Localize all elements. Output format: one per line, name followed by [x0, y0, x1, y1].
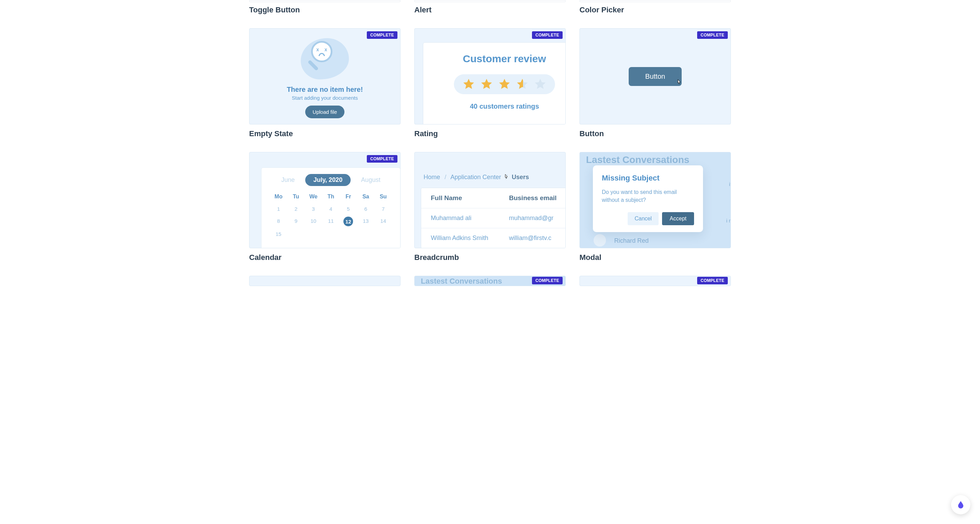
- modal-dialog: Missing Subject Do you want to send this…: [593, 165, 703, 232]
- upload-file-button[interactable]: Upload file: [305, 106, 345, 118]
- card-title-button: Button: [579, 129, 731, 138]
- status-badge: COMPLETE: [367, 155, 398, 163]
- calendar-prev-month[interactable]: June: [282, 176, 295, 184]
- status-badge: COMPLETE: [532, 31, 563, 39]
- calendar-day[interactable]: [322, 231, 340, 237]
- card-title-color-picker: Color Picker: [579, 5, 731, 14]
- calendar-current-month[interactable]: July, 2020: [305, 174, 351, 186]
- status-badge: COMPLETE: [697, 31, 728, 39]
- accept-button[interactable]: Accept: [662, 212, 694, 225]
- calendar-day[interactable]: 5: [340, 206, 357, 212]
- calendar-day[interactable]: 11: [322, 218, 340, 225]
- preview-row4-left[interactable]: [249, 276, 401, 286]
- card-title-toggle-button: Toggle Button: [249, 5, 401, 14]
- empty-title: There are no item here!: [286, 86, 363, 94]
- preview-button[interactable]: COMPLETE Button: [579, 28, 731, 124]
- calendar-day[interactable]: 12: [344, 217, 353, 226]
- modal-title: Missing Subject: [602, 174, 694, 183]
- card-title-rating: Rating: [414, 129, 566, 138]
- calendar-day[interactable]: 3: [304, 206, 322, 212]
- calendar-dow: We: [304, 194, 322, 200]
- calendar-day[interactable]: 9: [287, 218, 305, 225]
- calendar-day[interactable]: 2: [287, 206, 305, 212]
- preview-row4-right[interactable]: COMPLETE: [579, 276, 731, 286]
- preview-row4-center[interactable]: Lastest Conversations COMPLETE: [414, 276, 566, 286]
- modal-bg-title: Lastest Conversations: [580, 152, 730, 165]
- demo-button-label: Button: [645, 73, 665, 80]
- calendar-dow: Mo: [270, 194, 287, 200]
- calendar-dow: Sa: [357, 194, 375, 200]
- calendar-dow: Su: [374, 194, 392, 200]
- calendar-day[interactable]: [357, 231, 375, 237]
- preview-breadcrumb[interactable]: Home / Application Center / Users Full N…: [414, 152, 566, 248]
- status-badge: COMPLETE: [532, 277, 563, 284]
- calendar-day[interactable]: [374, 231, 392, 237]
- card-title-breadcrumb: Breadcrumb: [414, 253, 566, 262]
- breadcrumb-link-app-center[interactable]: Application Center: [450, 174, 501, 181]
- calendar-day[interactable]: 7: [374, 206, 392, 212]
- calendar-day[interactable]: 1: [270, 206, 287, 212]
- card-title-alert: Alert: [414, 5, 566, 14]
- empty-illustration: x x: [297, 38, 352, 79]
- avatar: [593, 234, 606, 246]
- preview-modal[interactable]: Lastest Conversations it to as i me. Ric…: [579, 152, 731, 248]
- status-badge: COMPLETE: [367, 31, 398, 39]
- users-table: Full Name Business email Muhammad ali mu…: [421, 188, 566, 248]
- star-icon: [480, 78, 493, 91]
- status-badge: COMPLETE: [697, 277, 728, 284]
- modal-bg-text: it to as: [729, 181, 731, 187]
- calendar-day[interactable]: 15: [270, 231, 287, 237]
- calendar-day[interactable]: 4: [322, 206, 340, 212]
- breadcrumb-path: Home / Application Center / Users: [421, 166, 566, 188]
- cursor-pointer-icon: [503, 176, 509, 181]
- preview-calendar[interactable]: COMPLETE June July, 2020 August MoTuWeTh…: [249, 152, 401, 248]
- preview-rating[interactable]: COMPLETE Customer review 40 customers ra…: [414, 28, 566, 124]
- demo-button[interactable]: Button: [629, 67, 682, 86]
- cancel-button[interactable]: Cancel: [628, 212, 659, 225]
- breadcrumb-current: Users: [512, 174, 529, 181]
- table-row[interactable]: William Adkins Smith william@firstv.c: [421, 228, 566, 248]
- calendar-day[interactable]: 14: [374, 218, 392, 225]
- calendar-dow: Fr: [340, 194, 357, 200]
- modal-bg-username: Richard Red: [614, 237, 649, 245]
- calendar-dow: Tu: [287, 194, 305, 200]
- empty-subtitle: Start adding your documents: [292, 95, 358, 101]
- star-empty-icon: [534, 78, 547, 91]
- calendar-day[interactable]: 13: [357, 218, 375, 225]
- calendar-day[interactable]: 10: [304, 218, 322, 225]
- star-rating: [454, 74, 555, 94]
- magnifier-sad-icon: x x: [311, 41, 332, 62]
- calendar-day[interactable]: [304, 231, 322, 237]
- preview-color-picker-partial: [579, 0, 731, 2]
- card-title-calendar: Calendar: [249, 253, 401, 262]
- card-title-modal: Modal: [579, 253, 731, 262]
- modal-body: Do you want to send this email without a…: [602, 188, 694, 204]
- ratings-count: 40 customers ratings: [433, 102, 566, 110]
- rating-heading: Customer review: [433, 53, 566, 65]
- calendar-day[interactable]: [340, 231, 357, 237]
- preview-toggle-button-partial: [249, 0, 401, 2]
- modal-bg-text: i me.: [726, 218, 731, 224]
- table-header-email: Business email: [509, 194, 566, 202]
- calendar-day[interactable]: 6: [357, 206, 375, 212]
- table-header-name: Full Name: [431, 194, 509, 202]
- calendar-dow: Th: [322, 194, 340, 200]
- preview-alert-partial: [414, 0, 566, 2]
- calendar-day[interactable]: 8: [270, 218, 287, 225]
- star-half-icon: [516, 78, 529, 91]
- calendar-day[interactable]: [287, 231, 305, 237]
- table-row[interactable]: Muhammad ali muhammad@gr: [421, 208, 566, 228]
- card-title-empty-state: Empty State: [249, 129, 401, 138]
- cursor-pointer-icon: [676, 79, 682, 88]
- breadcrumb-link-home[interactable]: Home: [423, 174, 440, 181]
- preview-empty-state[interactable]: COMPLETE x x There are no item here! Sta…: [249, 28, 401, 124]
- star-icon: [462, 78, 475, 91]
- star-icon: [498, 78, 511, 91]
- calendar-next-month[interactable]: August: [361, 176, 380, 184]
